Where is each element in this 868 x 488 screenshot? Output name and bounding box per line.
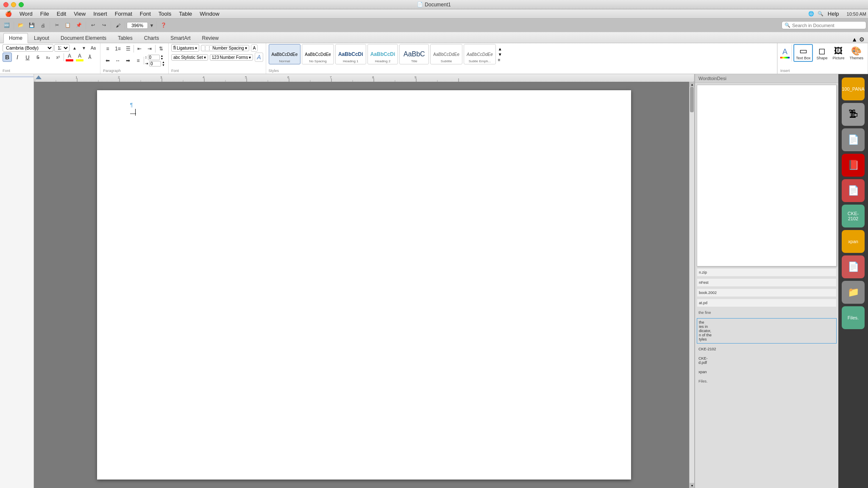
indent-button[interactable]: ⇥	[145, 44, 154, 53]
number-forms-dropdown[interactable]: 123 Number Forms ▾	[210, 54, 253, 61]
menu-edit[interactable]: Edit	[53, 10, 70, 18]
desktop-icon-book[interactable]: 📕	[842, 154, 865, 177]
save-button[interactable]: 💾	[27, 20, 37, 30]
smallcaps-btn[interactable]: A	[251, 44, 258, 52]
menu-format[interactable]: Format	[111, 10, 136, 18]
scroll-track[interactable]	[690, 87, 694, 483]
sort-button[interactable]: ⇅	[156, 44, 166, 53]
tab-doc-elements[interactable]: Document Elements	[55, 33, 112, 43]
style-title[interactable]: AaBbC Title	[399, 44, 429, 64]
new-doc-button[interactable]: 🆕	[2, 20, 12, 30]
font-size-select[interactable]: 12	[54, 44, 70, 52]
ligatures-dropdown[interactable]: ﬁ Ligatures ▾	[171, 44, 199, 52]
tab-smartart[interactable]: SmartArt	[165, 33, 196, 43]
scroll-down-btn[interactable]: ▼	[690, 483, 694, 488]
italic-button[interactable]: I	[13, 53, 22, 62]
tab-review[interactable]: Review	[196, 33, 224, 43]
align-left-button[interactable]: ⬅	[103, 56, 112, 65]
desktop-icon-atpd[interactable]: 📄	[842, 179, 865, 202]
clear-format-button[interactable]: Ã	[85, 53, 95, 62]
style-heading2[interactable]: AaBbCcDi Heading 2	[367, 44, 398, 64]
style-subtle-emph[interactable]: AaBbCcDdEe Subtle Emph...	[464, 44, 496, 64]
themes-button[interactable]: 🎨 Themes	[848, 45, 865, 61]
highlight-color-button[interactable]: A	[75, 53, 84, 62]
superscript-button[interactable]: x²	[53, 53, 63, 62]
ribbon-expand-btn[interactable]: ▲	[851, 36, 857, 43]
page-container[interactable]: ¶ —	[34, 82, 694, 488]
tab-home[interactable]: Home	[3, 33, 28, 43]
styles-scroll-down[interactable]: ▼	[498, 52, 502, 57]
desktop-icon-xpan[interactable]: xpan	[842, 230, 865, 253]
stylistic-set-dropdown[interactable]: abc Stylistic Set ▾	[171, 54, 208, 61]
desktop-icon-cke2102[interactable]: CKE-2102	[842, 205, 865, 227]
undo-button[interactable]: ↩	[88, 20, 98, 30]
redo-button[interactable]: ↪	[99, 20, 109, 30]
cut-button[interactable]: ✂	[52, 20, 62, 30]
font-size-up[interactable]: ▲	[70, 44, 79, 52]
tab-tables[interactable]: Tables	[112, 33, 138, 43]
style-heading1[interactable]: AaBbCcDi Heading 1	[335, 44, 366, 64]
minimize-button[interactable]	[11, 2, 16, 7]
close-button[interactable]	[3, 2, 8, 7]
shape-button[interactable]: ◻ Shape	[815, 45, 829, 61]
zoom-arrow[interactable]: ▼	[149, 20, 155, 30]
document-page[interactable]: ¶ —	[97, 90, 631, 480]
indent-input[interactable]	[149, 61, 161, 67]
font-color-button[interactable]: A	[65, 53, 74, 62]
desktop-icon-nzip[interactable]: 🗜	[842, 103, 865, 126]
style-no-spacing[interactable]: AaBbCcDdEe No Spacing	[302, 44, 334, 64]
multilevel-button[interactable]: ☰	[123, 44, 133, 53]
print-button[interactable]: 🖨	[38, 20, 48, 30]
menu-window[interactable]: Window	[196, 10, 223, 18]
spotlight-icon[interactable]: 🔍	[818, 11, 823, 17]
text-effects-btn[interactable]: A	[255, 53, 263, 62]
ribbon-options-btn[interactable]: ⚙	[859, 36, 865, 43]
menu-file[interactable]: File	[37, 10, 53, 18]
desktop-icon-100pana[interactable]: 100_PANA	[842, 78, 865, 100]
number-spacing-dropdown[interactable]: ⋮⋮ Number Spacing ▾	[201, 45, 249, 51]
font-family-select[interactable]: Cambria (Body)	[3, 44, 53, 52]
format-painter-button[interactable]: 🖌	[113, 20, 123, 30]
desktop-icon-ckedpdf[interactable]: 📄	[842, 255, 865, 278]
font-size-down[interactable]: ▼	[80, 44, 88, 52]
menu-apple[interactable]: 🍎	[2, 10, 15, 18]
menu-help[interactable]: Help	[824, 10, 843, 18]
style-subtitle[interactable]: AaBbCcDdEe Subtitle	[430, 44, 462, 64]
scroll-up-btn[interactable]: ▲	[690, 82, 694, 87]
tab-charts[interactable]: Charts	[139, 33, 164, 43]
bullets-button[interactable]: ≡	[103, 44, 112, 53]
menu-font[interactable]: Font	[136, 10, 154, 18]
strikethrough-button[interactable]: S̶	[33, 53, 42, 62]
menu-view[interactable]: View	[70, 10, 89, 18]
menu-insert[interactable]: Insert	[90, 10, 111, 18]
styles-more[interactable]: ≡	[498, 58, 502, 62]
subscript-button[interactable]: x₂	[43, 53, 53, 62]
outdent-button[interactable]: ⇤	[135, 44, 144, 53]
scroll-thumb[interactable]	[690, 87, 694, 112]
line-spacing-input[interactable]	[148, 55, 160, 60]
spacing-up[interactable]: ▲	[161, 54, 164, 57]
text-effects-big-btn[interactable]: A	[782, 47, 787, 56]
maximize-button[interactable]	[19, 2, 24, 7]
desktop-icon-files[interactable]: Files.	[842, 306, 865, 329]
vertical-scrollbar[interactable]: ▲ ▼	[689, 82, 694, 488]
textbox-button[interactable]: ▭ Text Box	[793, 44, 813, 62]
align-justify-button[interactable]: ≡	[134, 56, 143, 65]
search-input[interactable]	[792, 23, 856, 28]
menu-word[interactable]: Word	[16, 10, 36, 18]
align-right-button[interactable]: ➡	[123, 56, 133, 65]
indent-down[interactable]: ▼	[162, 64, 165, 67]
desktop-icon-nfest[interactable]: 📄	[842, 128, 865, 151]
underline-button[interactable]: U	[23, 53, 32, 62]
styles-scroll-up[interactable]: ▲	[498, 47, 502, 51]
open-button[interactable]: 📂	[16, 20, 26, 30]
font-change-case[interactable]: Aa	[89, 44, 97, 52]
indent-up[interactable]: ▲	[162, 61, 165, 64]
copy-button[interactable]: 📋	[63, 20, 73, 30]
paste-button[interactable]: 📌	[74, 20, 84, 30]
style-normal[interactable]: AaBbCcDdEe Normal	[269, 44, 301, 64]
bold-button[interactable]: B	[3, 53, 12, 62]
help-button[interactable]: ❓	[159, 20, 169, 30]
spacing-down[interactable]: ▼	[161, 57, 164, 60]
numbering-button[interactable]: 1≡	[113, 44, 122, 53]
